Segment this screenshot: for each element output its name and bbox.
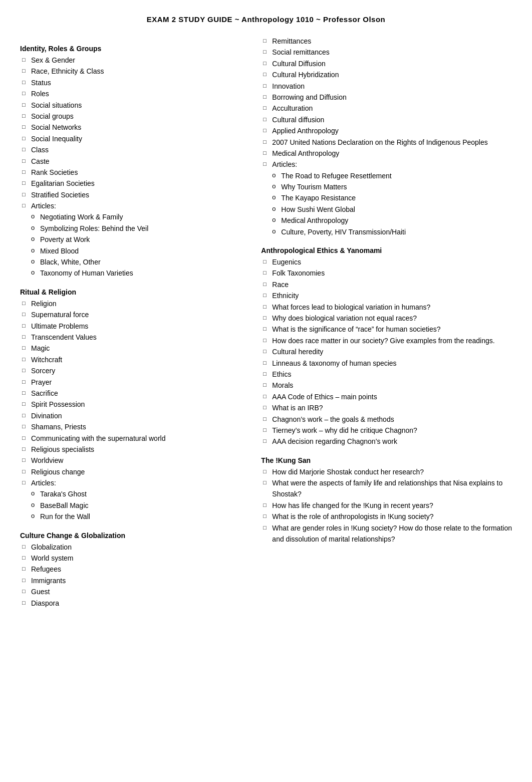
list-item: Sex & Gender bbox=[20, 55, 246, 66]
list-item: Medical Anthropology bbox=[261, 148, 512, 159]
list-item: Rank Societies bbox=[20, 167, 246, 178]
section-identity-list: Sex & GenderRace, Ethnicity & ClassStatu… bbox=[20, 55, 246, 200]
list-item: Medical Anthropology bbox=[261, 215, 512, 226]
list-item: Cultural Diffusion bbox=[261, 58, 512, 69]
list-item: Prayer bbox=[20, 377, 246, 388]
list-item: What is the significance of “race” for h… bbox=[261, 324, 512, 335]
list-item: How has life changed for the !Kung in re… bbox=[261, 500, 512, 511]
list-item: Cultural heredity bbox=[261, 346, 512, 357]
culture-articles-label: Articles: bbox=[261, 159, 512, 170]
list-item: Why does biological variation not equal … bbox=[261, 313, 512, 324]
list-item: Social Inequality bbox=[20, 133, 246, 144]
list-item: BaseBall Magic bbox=[20, 500, 246, 511]
list-item: Remittances bbox=[261, 36, 512, 47]
list-item: AAA decision regarding Chagnon’s work bbox=[261, 436, 512, 447]
list-item: How does race matter in our society? Giv… bbox=[261, 335, 512, 346]
list-item: Mixed Blood bbox=[20, 245, 246, 256]
list-item: Taraka's Ghost bbox=[20, 488, 246, 499]
list-item: Ethnicity bbox=[261, 290, 512, 301]
list-item: Diaspora bbox=[20, 598, 246, 609]
list-item: Black, White, Other bbox=[20, 256, 246, 268]
list-item: Tierney’s work – why did he critique Cha… bbox=[261, 425, 512, 436]
section-ritual-list: ReligionSupernatural forceUltimate Probl… bbox=[20, 298, 246, 477]
section-culture-continued-list: RemittancesSocial remittancesCultural Di… bbox=[261, 36, 512, 159]
list-item: Roles bbox=[20, 88, 246, 99]
list-item: Linneaus & taxonomy of human species bbox=[261, 358, 512, 369]
list-item: Poverty at Work bbox=[20, 234, 246, 245]
list-item: Cultural diffusion bbox=[261, 114, 512, 125]
list-item: Divination bbox=[20, 410, 246, 421]
list-item: Egalitarian Societies bbox=[20, 178, 246, 189]
list-item: The Kayapo Resistance bbox=[261, 192, 512, 203]
list-item: Religion bbox=[20, 298, 246, 309]
list-item: World system bbox=[20, 553, 246, 564]
list-item: Applied Anthropology bbox=[261, 125, 512, 136]
section-ethics-heading: Anthropological Ethics & Yanomami bbox=[261, 246, 512, 254]
list-item: Social Networks bbox=[20, 122, 246, 133]
list-item: 2007 United Nations Declaration on the R… bbox=[261, 137, 512, 148]
list-item: Folk Taxonomies bbox=[261, 268, 512, 279]
list-item: Symbolizing Roles: Behind the Veil bbox=[20, 223, 246, 234]
list-item: What are gender roles in !Kung society? … bbox=[261, 523, 512, 545]
list-item: Stratified Societies bbox=[20, 189, 246, 200]
list-item: Social remittances bbox=[261, 47, 512, 58]
list-item: Race bbox=[261, 279, 512, 290]
list-item: Borrowing and Diffusion bbox=[261, 92, 512, 103]
section-kung-heading: The !Kung San bbox=[261, 456, 512, 464]
list-item: Cultural Hybridization bbox=[261, 69, 512, 80]
list-item: Witchcraft bbox=[20, 354, 246, 365]
list-item: How Sushi Went Global bbox=[261, 204, 512, 215]
ritual-articles-list: Taraka's GhostBaseBall MagicRun for the … bbox=[20, 488, 246, 522]
list-item: Religious specialists bbox=[20, 444, 246, 455]
list-item: What is an IRB? bbox=[261, 402, 512, 413]
identity-articles-label: Articles: bbox=[20, 200, 246, 211]
list-item: The Road to Refugee Resettlement bbox=[261, 170, 512, 181]
list-item: How did Marjorie Shostak conduct her res… bbox=[261, 466, 512, 477]
list-item: Acculturation bbox=[261, 103, 512, 114]
right-column: RemittancesSocial remittancesCultural Di… bbox=[256, 36, 512, 609]
list-item: Shamans, Priests bbox=[20, 421, 246, 432]
list-item: Communicating with the supernatural worl… bbox=[20, 433, 246, 444]
list-item: Race, Ethnicity & Class bbox=[20, 66, 246, 77]
list-item: What forces lead to biological variation… bbox=[261, 302, 512, 313]
list-item: Why Tourism Matters bbox=[261, 181, 512, 192]
list-item: Culture, Poverty, HIV Transmission/Haiti bbox=[261, 226, 512, 237]
list-item: Social situations bbox=[20, 100, 246, 111]
list-item: Guest bbox=[20, 586, 246, 597]
list-item: Sacrifice bbox=[20, 388, 246, 399]
list-item: Ultimate Problems bbox=[20, 321, 246, 332]
list-item: AAA Code of Ethics – main points bbox=[261, 391, 512, 402]
list-item: Worldview bbox=[20, 455, 246, 466]
ritual-articles-label: Articles: bbox=[20, 477, 246, 488]
list-item: Negotiating Work & Family bbox=[20, 211, 246, 222]
section-ethics-list: EugenicsFolk TaxonomiesRaceEthnicityWhat… bbox=[261, 256, 512, 447]
culture-articles-list: The Road to Refugee ResettlementWhy Tour… bbox=[261, 170, 512, 237]
list-item: Religious change bbox=[20, 466, 246, 477]
list-item: Innovation bbox=[261, 81, 512, 92]
list-item: Class bbox=[20, 144, 246, 155]
list-item: Social groups bbox=[20, 111, 246, 122]
list-item: Taxonomy of Human Varieties bbox=[20, 268, 246, 279]
section-identity-heading: Identity, Roles & Groups bbox=[20, 45, 246, 53]
list-item: Run for the Wall bbox=[20, 511, 246, 522]
list-item: Transcendent Values bbox=[20, 332, 246, 343]
list-item: Eugenics bbox=[261, 256, 512, 268]
list-item: Status bbox=[20, 77, 246, 88]
list-item: What were the aspects of family life and… bbox=[261, 477, 512, 500]
list-item: Supernatural force bbox=[20, 309, 246, 320]
list-item: Caste bbox=[20, 156, 246, 167]
list-item: Ethics bbox=[261, 369, 512, 380]
list-item: Magic bbox=[20, 343, 246, 354]
list-item: Refugees bbox=[20, 564, 246, 575]
list-item: Chagnon’s work – the goals & methods bbox=[261, 414, 512, 425]
left-column: Identity, Roles & Groups Sex & GenderRac… bbox=[20, 36, 256, 609]
section-culture-list: GlobalizationWorld systemRefugeesImmigra… bbox=[20, 542, 246, 609]
section-kung-list: How did Marjorie Shostak conduct her res… bbox=[261, 466, 512, 545]
list-item: Globalization bbox=[20, 542, 246, 553]
list-item: Morals bbox=[261, 380, 512, 391]
list-item: Immigrants bbox=[20, 575, 246, 586]
list-item: What is the role of anthropologists in !… bbox=[261, 511, 512, 522]
page-title: EXAM 2 STUDY GUIDE ~ Anthropology 1010 ~… bbox=[20, 15, 512, 24]
identity-articles-list: Negotiating Work & FamilySymbolizing Rol… bbox=[20, 211, 246, 279]
list-item: Spirit Possession bbox=[20, 399, 246, 410]
